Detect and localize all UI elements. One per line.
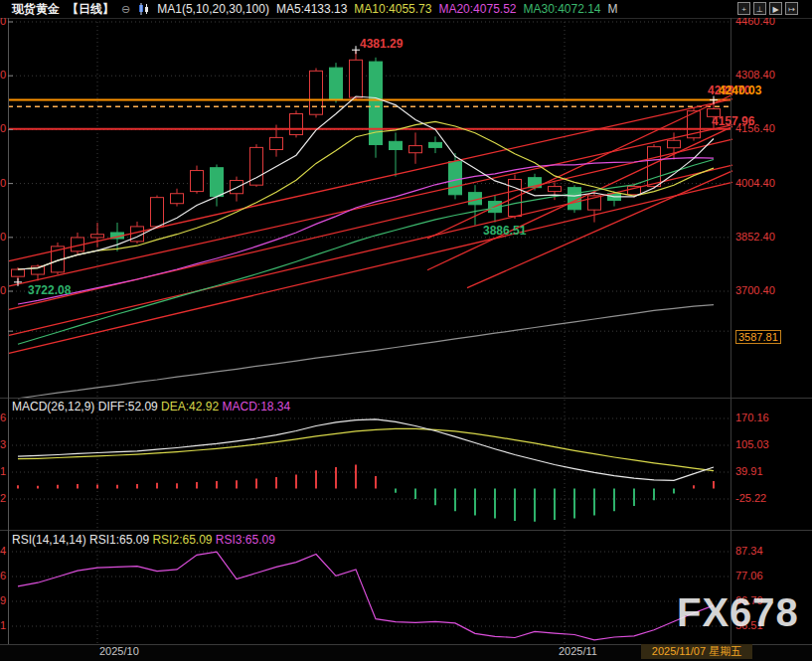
macd-axis-clipped-digit: 3 (0, 438, 7, 450)
play-forward-icon[interactable]: ▶ (769, 2, 782, 15)
ma-settings-label[interactable]: MA1(5,10,20,30,100) (157, 2, 269, 16)
rsi-axis-clipped-digit: 6 (0, 570, 7, 581)
macd-axis-clipped-digit: 2 (0, 492, 7, 504)
price-annotation: 3722.08 (28, 283, 71, 297)
price-axis-clipped-digit: 0 (0, 231, 7, 243)
pan-crosshair-icon[interactable]: + (737, 2, 750, 15)
macd-axis-tick: 39.91 (735, 465, 763, 477)
price-axis-tick: 4308.40 (735, 69, 775, 81)
current-date-badge: 2025/11/07 星期五 (641, 644, 752, 659)
price-annotation: 4240.03 (719, 83, 761, 97)
rsi-panel-header: RSI(14,14,14) RSI1:65.09 RSI2:65.09 RSI3… (12, 533, 275, 547)
rsi-axis-clipped-digit: 4 (0, 545, 7, 557)
date-axis-label: 2025/11 (559, 645, 597, 657)
macd-axis-tick: 105.03 (735, 438, 769, 450)
macd-settings-label[interactable]: MACD(26,12,9) (12, 400, 94, 413)
price-axis-clipped-digit: 0 (0, 122, 7, 134)
price-annotation: 4157.96 (712, 114, 754, 128)
price-axis-tick: 4004.40 (735, 177, 775, 189)
axis-scale-icon[interactable]: ⊥ (753, 2, 766, 15)
chart-canvas[interactable] (0, 0, 812, 661)
price-axis-clipped-digit: 0 (0, 284, 7, 296)
ma10-value: MA10:4055.73 (354, 2, 431, 16)
price-annotation: 3886.51 (483, 224, 526, 238)
macd-axis-tick: -25.22 (735, 492, 766, 504)
price-axis-tick: 3700.40 (735, 284, 775, 296)
price-axis-boxed-label: 3587.81 (735, 330, 781, 344)
rsi-axis-clipped-digit: 1 (0, 619, 7, 631)
date-axis-label: 2025/10 (99, 645, 139, 657)
trading-app-window: 现货黄金 【日线】 ⊖ MA1(5,10,20,30,100) MA5:4133… (0, 0, 812, 661)
period-label[interactable]: 【日线】 (67, 1, 114, 18)
candle-chart-icon[interactable] (137, 3, 150, 15)
macd-axis-clipped-digit: 6 (0, 412, 7, 423)
fx678-watermark: FX678 (677, 590, 799, 635)
chart-toolbar: +⊥▶↦ (737, 2, 798, 15)
ma30-value: MA30:4072.14 (523, 2, 600, 16)
instrument-title: 现货黄金 (12, 1, 60, 18)
macd-diff-value: DIFF:52.09 (98, 400, 158, 413)
ma-suffix-label: M (608, 2, 618, 16)
zoom-out-icon[interactable]: ⊖ (121, 3, 130, 16)
detach-window-icon[interactable]: ↦ (785, 2, 798, 15)
macd-axis-clipped-digit: 1 (0, 465, 7, 477)
ma20-value: MA20:4075.52 (438, 2, 516, 16)
macd-macd-value: MACD:18.34 (222, 400, 290, 413)
macd-axis-tick: 170.16 (735, 412, 769, 423)
price-axis-tick: 3852.40 (735, 231, 775, 243)
price-axis-clipped-digit: 0 (0, 69, 7, 81)
chart-header: 现货黄金 【日线】 ⊖ MA1(5,10,20,30,100) MA5:4133… (0, 0, 812, 18)
rsi-settings-label[interactable]: RSI(14,14,14) (12, 533, 86, 547)
price-annotation: 4381.29 (360, 37, 403, 51)
macd-panel-header: MACD(26,12,9) DIFF:52.09 DEA:42.92 MACD:… (12, 400, 290, 413)
price-axis-clipped-digit: 0 (0, 177, 7, 189)
rsi-axis-tick: 87.34 (735, 545, 763, 557)
rsi-axis-clipped-digit: 9 (0, 594, 7, 606)
rsi3-value: RSI3:65.09 (216, 533, 275, 547)
macd-dea-value: DEA:42.92 (161, 400, 219, 413)
rsi-axis-tick: 77.06 (735, 570, 763, 581)
rsi1-value: RSI1:65.09 (89, 533, 149, 547)
ma5-value: MA5:4133.13 (276, 2, 347, 16)
rsi2-value: RSI2:65.09 (152, 533, 212, 547)
